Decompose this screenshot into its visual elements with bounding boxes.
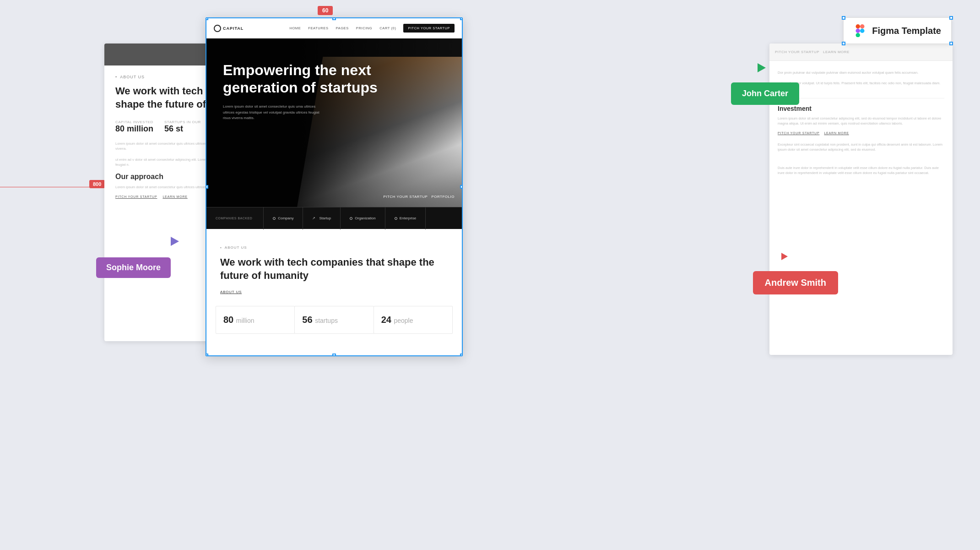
bg-left-stat2-value: 56 st: [164, 124, 201, 134]
stat-value-million: 80 million: [223, 315, 287, 325]
canvas: 60 800 ABOUT US We work with tech compan…: [0, 0, 980, 550]
bg-right-link1[interactable]: PITCH YOUR STARTUP: [778, 131, 819, 135]
bg-left-stat2-label: Startups in our: [164, 120, 201, 124]
cat-label-company: Company: [278, 216, 293, 220]
bg-left-stat1-value: 80 million: [115, 124, 153, 134]
play-icon-right-bottom: [781, 253, 788, 260]
hero-section: Empowering the next generation of startu…: [206, 38, 462, 207]
frame-handle-tm: [332, 17, 336, 20]
cat-item-organization[interactable]: Organization: [341, 207, 385, 229]
bg-left-link1[interactable]: PITCH YOUR STARTUP: [115, 195, 157, 198]
stat-box-startups: 56 startups: [294, 306, 374, 334]
bg-right-text2: euismod auctor volutpat. Ut id turpis fe…: [778, 81, 944, 86]
nav-logo-text: CAPITAL: [223, 26, 244, 31]
nav-link-home[interactable]: HOME: [289, 26, 301, 30]
figma-badge-label: Figma Template: [872, 26, 941, 36]
bg-left-stat1-label: Capital Invested: [115, 120, 153, 124]
cat-item-startup[interactable]: ↗ Startup: [303, 207, 341, 229]
hero-text-block: Empowering the next generation of startu…: [206, 38, 462, 121]
play-icon-left: [169, 236, 180, 247]
badge-sophie-moore: Sophie Moore: [96, 257, 171, 278]
frame-handle-tr: [460, 17, 463, 20]
bg-right-nav1[interactable]: PITCH YOUR STARTUP: [775, 50, 819, 54]
figma-template-badge: Figma Template: [843, 17, 952, 44]
cat-bar-label: COMPANIES BACKED: [216, 217, 252, 220]
frame-handle-tl: [206, 17, 208, 20]
hero-nav-portfolio[interactable]: PORTFOLIO: [431, 195, 455, 199]
cat-item-company[interactable]: Company: [263, 207, 303, 229]
play-triangle-purple: [171, 237, 179, 246]
badge-john-carter: John Carter: [731, 82, 799, 105]
bg-right-lorem1: Lorem ipsum dolor sit amet consectetur a…: [778, 116, 944, 126]
frame-handle-mr: [460, 185, 463, 189]
bg-right-lorem3: Duis aute irure dolor in reprehenderit i…: [778, 165, 944, 176]
main-center-frame: CAPITAL HOME FEATURES PAGES PRICING CART…: [206, 17, 463, 356]
arrow-red: [781, 253, 788, 260]
hero-heading: Empowering the next generation of startu…: [223, 61, 445, 97]
cat-dot-company: [273, 217, 276, 220]
svg-rect-3: [856, 33, 861, 37]
cat-dot-org: [350, 217, 352, 220]
handle-tl: [842, 16, 845, 20]
site-nav: CAPITAL HOME FEATURES PAGES PRICING CART…: [206, 18, 462, 38]
svg-point-4: [860, 29, 865, 33]
nav-link-features[interactable]: FEATURES: [308, 26, 328, 30]
about-section: ABOUT US We work with tech companies tha…: [206, 229, 462, 306]
dimension-badge-top: 60: [318, 6, 333, 15]
bg-right-text1: Dor proin puluinar dui vulputate pulvina…: [778, 70, 944, 75]
stat-box-people: 24 people: [374, 306, 453, 334]
hero-body: Lorem ipsum dolor sit amet consectetur q…: [223, 104, 324, 121]
handle-bl: [842, 42, 845, 45]
cat-label-organization: Organization: [355, 216, 375, 220]
stat-value-people: 24 people: [381, 315, 445, 325]
nav-logo-icon: [214, 25, 221, 32]
svg-rect-2: [856, 29, 861, 33]
category-bar: COMPANIES BACKED Company ↗ Startup Organ…: [206, 207, 462, 229]
cat-label-enterprise: Enterprise: [400, 216, 416, 220]
play-icon-right-top: [758, 63, 766, 72]
hero-nav-pitch[interactable]: PITCH YOUR STARTUP: [383, 195, 428, 199]
frame-handle-br: [460, 354, 463, 356]
figma-icon: [854, 24, 866, 37]
about-heading: We work with tech companies that shape t…: [220, 256, 448, 282]
arrow-green: [758, 63, 766, 72]
bg-right-nav2[interactable]: LEARN MORE: [823, 50, 850, 54]
handle-tr: [949, 16, 953, 20]
svg-rect-0: [856, 24, 861, 29]
stat-box-million: 80 million: [216, 306, 295, 334]
nav-logo: CAPITAL: [214, 25, 244, 32]
about-dot-label: ABOUT US: [220, 245, 448, 250]
frame-handle-bl: [206, 354, 208, 356]
cat-dot-enterprise: [395, 217, 397, 220]
bg-right-topbar: PITCH YOUR STARTUP LEARN MORE: [769, 44, 953, 61]
hero-nav-buttons: PITCH YOUR STARTUP PORTFOLIO: [383, 195, 455, 199]
nav-link-pages[interactable]: PAGES: [336, 26, 349, 30]
nav-link-pricing[interactable]: PRICING: [356, 26, 372, 30]
stat-value-startups: 56 startups: [302, 315, 366, 325]
badge-andrew-smith: Andrew Smith: [753, 271, 838, 294]
handle-br: [949, 42, 953, 45]
stats-section: 80 million 56 startups 24 people: [206, 306, 462, 343]
nav-links: HOME FEATURES PAGES PRICING CART (0): [289, 26, 396, 30]
bg-right-link2[interactable]: LEARN MORE: [824, 131, 849, 135]
nav-cta-button[interactable]: PITCH YOUR STARTUP: [403, 24, 455, 33]
cat-item-enterprise[interactable]: Enterprise: [385, 207, 426, 229]
nav-link-cart[interactable]: CART (0): [379, 26, 396, 30]
frame-handle-bm: [332, 354, 336, 356]
frame-handle-ml: [206, 185, 208, 189]
svg-rect-1: [860, 24, 865, 29]
bg-right-investment-title: Investment: [778, 105, 944, 112]
bg-left-link2[interactable]: LEARN MORE: [162, 195, 187, 198]
cat-items-list: Company ↗ Startup Organization Enterpris…: [263, 207, 426, 229]
about-link[interactable]: ABOUT US: [220, 290, 242, 294]
bg-right-lorem2: Excepteur sint occaecat cupidatat non pr…: [778, 142, 944, 152]
cat-label-startup: Startup: [319, 216, 331, 220]
